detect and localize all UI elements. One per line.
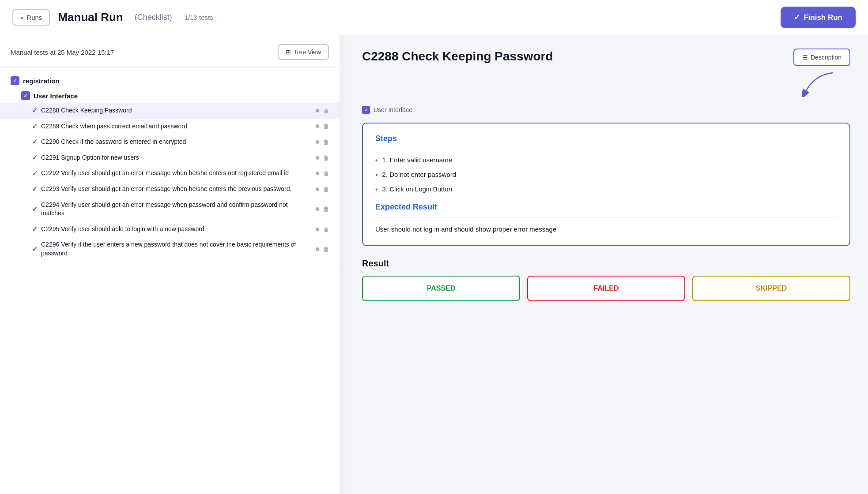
step-item: • 2. Do not enter password xyxy=(375,171,837,179)
checkmark-icon: ✓ xyxy=(794,13,800,22)
test-item-c2291[interactable]: ✓ C2291 Signup Option for new users 🗑 xyxy=(0,150,340,166)
step-bullet: • xyxy=(375,186,378,194)
chevron-left-icon: « xyxy=(20,14,24,21)
description-button[interactable]: ☰ Description xyxy=(793,49,850,66)
test-count: 1/13 tests xyxy=(185,14,213,21)
step-text: 1. Enter valid username xyxy=(382,156,452,164)
tree-view-label: Tree View xyxy=(294,49,321,56)
trash-icon[interactable]: 🗑 xyxy=(323,206,329,213)
test-label: C2296 Verify if the user enters a new pa… xyxy=(41,240,312,258)
finish-run-label: Finish Run xyxy=(804,13,842,22)
test-label: C2295 Verify user should able to login w… xyxy=(41,225,312,234)
trash-icon[interactable]: 🗑 xyxy=(323,226,329,233)
check-icon: ✓ xyxy=(32,169,38,178)
dot-icon xyxy=(316,247,319,251)
description-icon: ☰ xyxy=(802,54,808,61)
test-item-c2292[interactable]: ✓ C2292 Verify user should get an error … xyxy=(0,165,340,181)
header: « Runs Manual Run (Checklist) 1/13 tests… xyxy=(0,0,868,35)
result-buttons: PASSED FAILED SKIPPED xyxy=(362,276,850,301)
trash-icon[interactable]: 🗑 xyxy=(323,123,329,130)
test-item-c2295[interactable]: ✓ C2295 Verify user should able to login… xyxy=(0,221,340,237)
step-bullet: • xyxy=(375,157,378,165)
passed-button[interactable]: PASSED xyxy=(362,276,520,301)
tag-row: User Interface xyxy=(362,106,850,114)
trash-icon[interactable]: 🗑 xyxy=(323,107,329,114)
expected-result-title: Expected Result xyxy=(375,202,837,212)
tag-label: User Interface xyxy=(374,106,412,113)
right-panel-header: C2288 Check Keeping Password ☰ Descripti… xyxy=(362,49,850,99)
dot-icon xyxy=(316,156,319,160)
test-title: C2288 Check Keeping Password xyxy=(362,49,553,64)
result-title: Result xyxy=(362,258,850,269)
steps-card: Steps • 1. Enter valid username • 2. Do … xyxy=(362,123,850,246)
check-icon: ✓ xyxy=(32,122,38,131)
dot-icon xyxy=(316,228,319,231)
test-label: C2292 Verify user should get an error me… xyxy=(41,169,312,178)
dot-icon xyxy=(316,207,319,211)
trash-icon[interactable]: 🗑 xyxy=(323,138,329,146)
expected-result-divider xyxy=(375,217,837,217)
arrow-annotation xyxy=(802,71,837,99)
dot-icon xyxy=(316,172,319,175)
test-item-c2296[interactable]: ✓ C2296 Verify if the user enters a new … xyxy=(0,237,340,261)
tree-icon: ⊞ xyxy=(286,49,291,56)
test-label: C2293 Verify user should get an error me… xyxy=(41,185,312,194)
tag-checkbox xyxy=(362,106,370,114)
test-list: registration User Interface ✓ C2288 Chec… xyxy=(0,67,340,494)
test-label: C2290 Check if the password is entered i… xyxy=(41,138,312,146)
description-btn-label: Description xyxy=(811,54,842,61)
steps-divider xyxy=(375,149,837,149)
tree-view-button[interactable]: ⊞ Tree View xyxy=(278,44,329,60)
panel-divider xyxy=(340,35,344,494)
date-label: Manual tests at 25 May 2022 15:17 xyxy=(11,49,114,56)
step-bullet: • xyxy=(375,171,378,179)
test-label: C2294 Verify user should get an error me… xyxy=(41,201,312,218)
test-item-c2294[interactable]: ✓ C2294 Verify user should get an error … xyxy=(0,197,340,221)
finish-run-button[interactable]: ✓ Finish Run xyxy=(781,7,856,28)
trash-icon[interactable]: 🗑 xyxy=(323,186,329,193)
test-label: C2289 Check when pass correct email and … xyxy=(41,122,312,131)
check-icon: ✓ xyxy=(32,245,38,253)
test-item-c2290[interactable]: ✓ C2290 Check if the password is entered… xyxy=(0,134,340,150)
main-layout: Manual tests at 25 May 2022 15:17 ⊞ Tree… xyxy=(0,35,868,494)
group-checkbox[interactable] xyxy=(11,76,19,85)
test-item-c2289[interactable]: ✓ C2289 Check when pass correct email an… xyxy=(0,119,340,135)
failed-button[interactable]: FAILED xyxy=(527,276,685,301)
dot-icon xyxy=(316,140,319,144)
left-panel-header: Manual tests at 25 May 2022 15:17 ⊞ Tree… xyxy=(0,35,340,67)
check-icon: ✓ xyxy=(32,138,38,146)
check-icon: ✓ xyxy=(32,153,38,162)
sub-group-item-user-interface[interactable]: User Interface xyxy=(0,89,340,103)
sub-group-checkbox[interactable] xyxy=(21,91,30,100)
trash-icon[interactable]: 🗑 xyxy=(323,170,329,177)
check-icon: ✓ xyxy=(32,106,38,115)
trash-icon[interactable]: 🗑 xyxy=(323,154,329,161)
dot-icon xyxy=(316,109,319,112)
group-label: registration xyxy=(23,77,60,85)
runs-button[interactable]: « Runs xyxy=(12,9,50,26)
left-panel: Manual tests at 25 May 2022 15:17 ⊞ Tree… xyxy=(0,35,340,494)
runs-button-label: Runs xyxy=(26,14,42,21)
group-item-registration[interactable]: registration xyxy=(0,73,340,89)
page-title: Manual Run xyxy=(58,11,123,24)
step-text: 2. Do not enter password xyxy=(382,171,457,178)
sub-group-label: User Interface xyxy=(34,92,78,100)
page-subtitle: (Checklist) xyxy=(135,13,172,22)
trash-icon[interactable]: 🗑 xyxy=(323,246,329,253)
check-icon: ✓ xyxy=(32,225,38,233)
steps-title: Steps xyxy=(375,134,837,143)
check-icon: ✓ xyxy=(32,205,38,213)
check-icon: ✓ xyxy=(32,185,38,193)
test-label: C2288 Check Keeping Password xyxy=(41,106,312,115)
test-label: C2291 Signup Option for new users xyxy=(41,153,312,162)
skipped-button[interactable]: SKIPPED xyxy=(692,276,850,301)
step-text: 3. Click on Login Button xyxy=(382,185,452,193)
dot-icon xyxy=(316,187,319,191)
expected-result-text: User should not log in and should show p… xyxy=(375,225,837,235)
dot-icon xyxy=(316,124,319,128)
test-item-c2288[interactable]: ✓ C2288 Check Keeping Password 🗑 xyxy=(0,103,340,119)
test-item-c2293[interactable]: ✓ C2293 Verify user should get an error … xyxy=(0,181,340,197)
steps-container: • 1. Enter valid username • 2. Do not en… xyxy=(375,156,837,194)
step-item: • 1. Enter valid username xyxy=(375,156,837,165)
right-panel: C2288 Check Keeping Password ☰ Descripti… xyxy=(344,35,868,494)
